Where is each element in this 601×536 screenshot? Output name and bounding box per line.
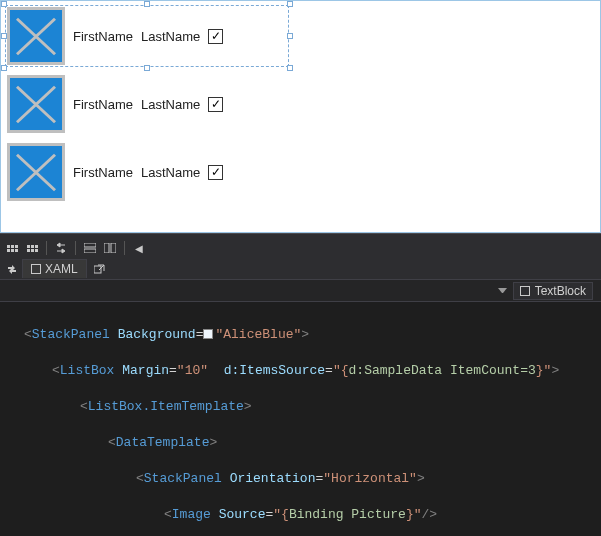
t: > — [209, 435, 217, 450]
resize-handle-icon[interactable] — [144, 1, 150, 7]
t: d:ItemsSource — [224, 363, 325, 378]
t — [110, 327, 118, 342]
grid-view-alt-icon[interactable] — [24, 241, 40, 255]
svg-rect-2 — [104, 243, 109, 253]
t: < — [24, 327, 32, 342]
designer-surface[interactable]: FirstName LastName ✓ FirstName LastName … — [0, 0, 601, 233]
image-placeholder-icon — [7, 75, 65, 133]
vertical-split-icon[interactable] — [102, 241, 118, 255]
xaml-file-icon — [31, 264, 41, 274]
element-icon — [520, 286, 530, 296]
t — [211, 507, 219, 522]
lastname-label: LastName — [141, 165, 200, 180]
t: DataTemplate — [116, 435, 210, 450]
svg-rect-0 — [84, 243, 96, 247]
firstname-label: FirstName — [73, 165, 133, 180]
resize-handle-icon[interactable] — [287, 1, 293, 7]
checkmark-icon: ✓ — [211, 166, 221, 178]
t: < — [164, 507, 172, 522]
list-item[interactable]: FirstName LastName ✓ — [7, 143, 287, 201]
t: < — [108, 435, 116, 450]
t: = — [169, 363, 177, 378]
t: > — [301, 327, 309, 342]
t: }" — [406, 507, 422, 522]
panel-tabs: XAML — [0, 258, 601, 280]
t: "{ — [333, 363, 349, 378]
lastname-label: LastName — [141, 29, 200, 44]
separator — [46, 241, 47, 255]
t: d:SampleData ItemCount=3 — [349, 363, 536, 378]
image-placeholder-icon — [7, 7, 65, 65]
lastname-label: LastName — [141, 97, 200, 112]
scroll-left-icon[interactable]: ◀ — [131, 241, 147, 255]
t: > — [244, 399, 252, 414]
element-breadcrumb: TextBlock — [0, 280, 601, 302]
t: ListBox — [60, 363, 115, 378]
separator — [124, 241, 125, 255]
t: < — [52, 363, 60, 378]
breadcrumb-item[interactable]: TextBlock — [513, 282, 593, 300]
resize-handle-icon[interactable] — [1, 65, 7, 71]
svg-rect-1 — [84, 249, 96, 253]
t: Image — [172, 507, 211, 522]
t: < — [80, 399, 88, 414]
resize-handle-icon[interactable] — [287, 33, 293, 39]
firstname-label: FirstName — [73, 97, 133, 112]
tab-xaml[interactable]: XAML — [22, 259, 87, 278]
separator — [75, 241, 76, 255]
t: Source — [219, 507, 266, 522]
grid-view-icon[interactable] — [4, 241, 20, 255]
breadcrumb-label: TextBlock — [535, 284, 586, 298]
popout-icon[interactable] — [93, 262, 107, 276]
checkmark-icon: ✓ — [211, 98, 221, 110]
t — [208, 363, 224, 378]
resize-handle-icon[interactable] — [287, 65, 293, 71]
t: }" — [536, 363, 552, 378]
t: = — [325, 363, 333, 378]
t: "10" — [177, 363, 208, 378]
tab-label: XAML — [45, 262, 78, 276]
t: StackPanel — [32, 327, 110, 342]
t: < — [136, 471, 144, 486]
t: "Horizontal" — [323, 471, 417, 486]
t: "{ — [273, 507, 289, 522]
image-placeholder-icon — [7, 143, 65, 201]
designer-toolbar: ◀ — [0, 238, 601, 258]
firstname-label: FirstName — [73, 29, 133, 44]
t: "AliceBlue" — [215, 327, 301, 342]
swap-panes-icon[interactable] — [4, 261, 20, 277]
t: /> — [422, 507, 438, 522]
horizontal-split-icon[interactable] — [82, 241, 98, 255]
checkbox[interactable]: ✓ — [208, 29, 223, 44]
resize-handle-icon[interactable] — [144, 65, 150, 71]
t: StackPanel — [144, 471, 222, 486]
t: Orientation — [230, 471, 316, 486]
checkbox[interactable]: ✓ — [208, 165, 223, 180]
xaml-editor[interactable]: <StackPanel Background="AliceBlue"> <Lis… — [0, 302, 601, 536]
t: Binding Picture — [289, 507, 406, 522]
list-item[interactable]: FirstName LastName ✓ — [7, 7, 287, 65]
swap-panes-icon[interactable] — [53, 241, 69, 255]
checkmark-icon: ✓ — [211, 30, 221, 42]
listbox-preview: FirstName LastName ✓ FirstName LastName … — [7, 7, 287, 201]
t — [222, 471, 230, 486]
chevron-down-icon[interactable] — [498, 288, 507, 294]
color-swatch-icon — [203, 329, 213, 339]
svg-rect-3 — [111, 243, 116, 253]
t: Margin — [122, 363, 169, 378]
t: > — [417, 471, 425, 486]
t: Background — [118, 327, 196, 342]
t: > — [551, 363, 559, 378]
t: ListBox.ItemTemplate — [88, 399, 244, 414]
t: = — [196, 327, 204, 342]
checkbox[interactable]: ✓ — [208, 97, 223, 112]
list-item[interactable]: FirstName LastName ✓ — [7, 75, 287, 133]
